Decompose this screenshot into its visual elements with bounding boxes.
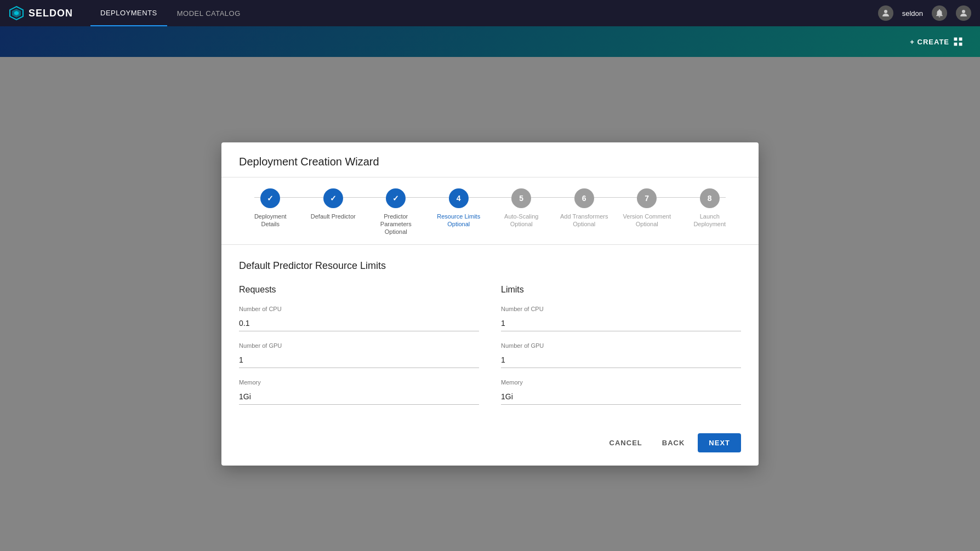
dialog-title: Deployment Creation Wizard — [239, 156, 379, 168]
step-5: 5 Auto-Scaling Optional — [490, 188, 553, 228]
requests-gpu-label: Number of GPU — [239, 342, 479, 349]
sub-header: + CREATE — [0, 26, 980, 57]
svg-point-3 — [884, 10, 887, 13]
step-6: 6 Add Transformers Optional — [553, 188, 616, 228]
step-2: ✓ Default Predictor — [302, 188, 365, 220]
step-7: 7 Version Comment Optional — [616, 188, 679, 228]
user-name[interactable]: seldon — [902, 9, 923, 18]
limits-memory-input[interactable] — [501, 389, 741, 405]
limits-col-title: Limits — [501, 285, 741, 295]
grid-view-icon[interactable] — [949, 33, 967, 50]
step-7-symbol: 7 — [645, 194, 649, 203]
limits-cpu-label: Number of CPU — [501, 306, 741, 312]
navbar: SELDON DEPLOYMENTS MODEL CATALOG seldon — [0, 0, 980, 26]
requests-gpu-field: Number of GPU — [239, 342, 479, 368]
stepper: ✓ Deployment Details ✓ Default Predictor… — [221, 177, 759, 245]
requests-cpu-input[interactable] — [239, 315, 479, 331]
requests-cpu-field: Number of CPU — [239, 306, 479, 331]
dialog-body: Default Predictor Resource Limits Reques… — [221, 245, 759, 429]
limits-memory-label: Memory — [501, 379, 741, 386]
notification-icon[interactable] — [932, 5, 947, 21]
requests-column: Requests Number of CPU Number of GPU Mem… — [239, 285, 479, 416]
limits-cpu-field: Number of CPU — [501, 306, 741, 331]
step-3-circle: ✓ — [386, 188, 406, 208]
limits-gpu-field: Number of GPU — [501, 342, 741, 368]
limits-memory-field: Memory — [501, 379, 741, 405]
step-5-label: Auto-Scaling Optional — [497, 213, 546, 228]
step-4: 4 Resource Limits Optional — [428, 188, 491, 228]
step-3-symbol: ✓ — [392, 194, 399, 203]
back-button[interactable]: BACK — [656, 433, 692, 452]
step-1-circle: ✓ — [260, 188, 280, 208]
step-5-symbol: 5 — [519, 194, 523, 203]
step-8-label: Launch Deployment — [685, 213, 734, 228]
svg-point-4 — [962, 10, 965, 13]
step-4-circle: 4 — [449, 188, 469, 208]
step-2-symbol: ✓ — [330, 194, 337, 203]
limits-cpu-input[interactable] — [501, 315, 741, 331]
nav-deployments[interactable]: DEPLOYMENTS — [90, 0, 167, 26]
step-1-label: Deployment Details — [246, 213, 295, 228]
navbar-right: seldon — [878, 5, 971, 21]
cancel-button[interactable]: CANCEL — [603, 433, 649, 452]
step-3: ✓ Predictor Parameters Optional — [364, 188, 428, 236]
step-8: 8 Launch Deployment — [679, 188, 742, 228]
step-3-label: Predictor Parameters Optional — [371, 213, 420, 236]
step-5-circle: 5 — [511, 188, 531, 208]
nav-model-catalog[interactable]: MODEL CATALOG — [167, 0, 250, 26]
step-4-symbol: 4 — [457, 194, 461, 203]
requests-memory-field: Memory — [239, 379, 479, 405]
logo-text: SELDON — [29, 8, 73, 19]
step-2-circle: ✓ — [323, 188, 343, 208]
requests-memory-input[interactable] — [239, 389, 479, 405]
limits-gpu-label: Number of GPU — [501, 342, 741, 349]
nav-links: DEPLOYMENTS MODEL CATALOG — [90, 0, 250, 26]
create-button[interactable]: + CREATE — [910, 38, 949, 46]
step-7-circle: 7 — [637, 188, 657, 208]
step-1-symbol: ✓ — [267, 194, 274, 203]
seldon-logo-icon — [9, 5, 24, 21]
form-columns: Requests Number of CPU Number of GPU Mem… — [239, 285, 741, 416]
dialog-footer: CANCEL BACK NEXT — [221, 429, 759, 466]
step-8-symbol: 8 — [708, 194, 712, 203]
user-avatar-icon[interactable] — [878, 5, 893, 21]
step-7-label: Version Comment Optional — [622, 213, 671, 228]
requests-gpu-input[interactable] — [239, 352, 479, 368]
logo[interactable]: SELDON — [9, 5, 73, 21]
step-6-label: Add Transformers Optional — [560, 213, 609, 228]
limits-column: Limits Number of CPU Number of GPU Memor… — [501, 285, 741, 416]
dialog-overlay: Deployment Creation Wizard ✓ Deployment … — [0, 57, 980, 551]
step-8-circle: 8 — [700, 188, 720, 208]
section-title: Default Predictor Resource Limits — [239, 260, 741, 272]
dialog-header: Deployment Creation Wizard — [221, 142, 759, 177]
limits-gpu-input[interactable] — [501, 352, 741, 368]
step-6-symbol: 6 — [582, 194, 586, 203]
step-4-label: Resource Limits Optional — [434, 213, 483, 228]
step-1: ✓ Deployment Details — [239, 188, 302, 228]
requests-col-title: Requests — [239, 285, 479, 295]
deployment-wizard-dialog: Deployment Creation Wizard ✓ Deployment … — [221, 142, 759, 466]
step-6-circle: 6 — [574, 188, 594, 208]
next-button[interactable]: NEXT — [698, 433, 741, 452]
requests-cpu-label: Number of CPU — [239, 306, 479, 312]
account-icon[interactable] — [956, 5, 971, 21]
step-2-label: Default Predictor — [311, 213, 356, 220]
requests-memory-label: Memory — [239, 379, 479, 386]
